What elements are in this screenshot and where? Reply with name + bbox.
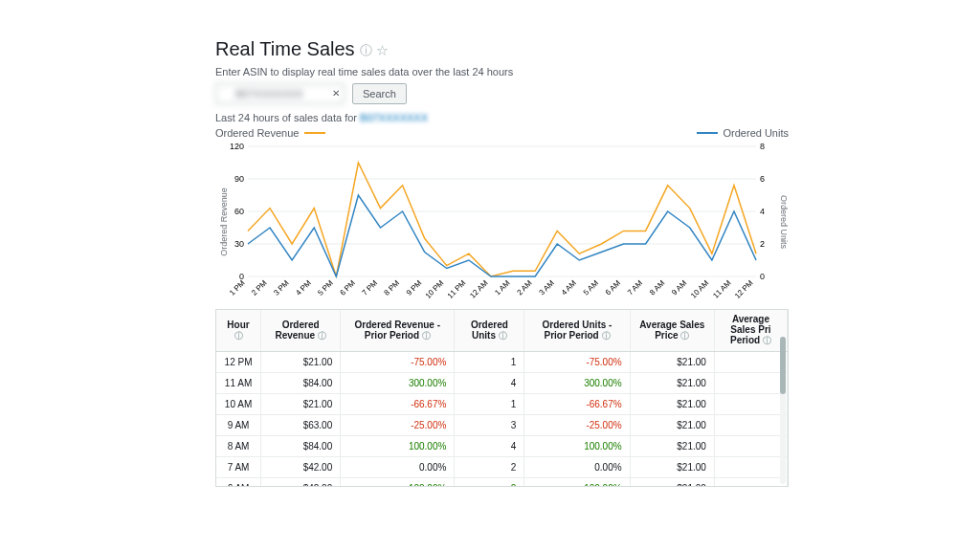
table-row: 12 PM$21.00-75.00%1-75.00%$21.00 [216, 352, 788, 373]
col-header[interactable]: Hour ⓘ [216, 310, 261, 352]
col-header[interactable]: Ordered Units - Prior Period ⓘ [524, 310, 630, 352]
table-row: 7 AM$42.000.00%20.00%$21.00 [216, 457, 788, 478]
table-scrollbar[interactable] [780, 337, 786, 484]
status-asin: B07XXXXXXX [360, 112, 428, 123]
page-title: Real Time Sales ⓘ ☆ [215, 38, 789, 60]
svg-text:7 PM: 7 PM [361, 278, 380, 298]
legend-units: Ordered Units [697, 127, 789, 139]
sales-table-container: Hour ⓘOrdered Revenue ⓘOrdered Revenue -… [215, 309, 789, 487]
svg-text:3 PM: 3 PM [272, 278, 291, 298]
svg-text:2: 2 [760, 239, 765, 249]
scroll-thumb[interactable] [780, 337, 786, 394]
col-header[interactable]: Ordered Revenue - Prior Period ⓘ [341, 310, 455, 352]
svg-text:8 AM: 8 AM [648, 278, 666, 297]
table-row: 8 AM$84.00100.00%4100.00%$21.00 [216, 436, 788, 457]
info-icon[interactable]: ⓘ [360, 43, 372, 57]
svg-text:3 AM: 3 AM [538, 278, 556, 297]
svg-text:10 PM: 10 PM [424, 278, 446, 300]
svg-text:Ordered Units: Ordered Units [779, 195, 789, 249]
svg-text:4: 4 [760, 207, 765, 216]
svg-text:1 AM: 1 AM [493, 278, 511, 297]
table-row: 6 AM$42.00100.00%2100.00%$21.00 [216, 478, 788, 488]
svg-text:7 AM: 7 AM [626, 278, 644, 297]
clear-icon[interactable]: ✕ [332, 88, 340, 99]
svg-text:8: 8 [760, 142, 765, 151]
svg-text:1 PM: 1 PM [228, 278, 247, 298]
svg-text:9 AM: 9 AM [670, 278, 688, 297]
svg-text:2 PM: 2 PM [250, 278, 269, 298]
legend-revenue: Ordered Revenue [215, 127, 325, 139]
svg-text:6 PM: 6 PM [338, 278, 357, 298]
svg-text:90: 90 [234, 174, 244, 184]
table-row: 9 AM$63.00-25.00%3-25.00%$21.00 [216, 415, 788, 436]
svg-text:12 PM: 12 PM [733, 278, 755, 300]
svg-text:120: 120 [230, 142, 244, 151]
svg-text:0: 0 [760, 272, 765, 281]
svg-text:11 AM: 11 AM [711, 278, 732, 299]
asin-search-box: 🔍 ✕ [215, 83, 345, 104]
page-subtitle: Enter ASIN to display real time sales da… [215, 66, 789, 77]
swatch-units [697, 132, 718, 134]
table-row: 11 AM$84.00300.00%4300.00%$21.00 [216, 373, 788, 394]
chart-legend: Ordered Revenue Ordered Units [215, 127, 789, 139]
status-text: Last 24 hours of sales data for B07XXXXX… [215, 112, 789, 123]
svg-text:60: 60 [234, 207, 244, 216]
search-button[interactable]: Search [352, 83, 407, 104]
svg-text:4 PM: 4 PM [294, 278, 313, 298]
svg-text:11 PM: 11 PM [446, 278, 468, 300]
table-row: 10 AM$21.00-66.67%1-66.67%$21.00 [216, 394, 788, 415]
sales-table: Hour ⓘOrdered Revenue ⓘOrdered Revenue -… [216, 310, 788, 487]
svg-text:6: 6 [760, 174, 765, 184]
svg-text:4 AM: 4 AM [560, 278, 578, 297]
col-header[interactable]: Ordered Revenue ⓘ [261, 310, 341, 352]
sales-chart: 0306090120024681 PM2 PM3 PM4 PM5 PM6 PM7… [215, 141, 789, 303]
svg-text:8 PM: 8 PM [383, 278, 402, 298]
svg-text:5 AM: 5 AM [582, 278, 600, 297]
swatch-revenue [304, 132, 325, 134]
svg-text:2 AM: 2 AM [516, 278, 534, 297]
col-header[interactable]: Average Sales Price ⓘ [630, 310, 714, 352]
svg-text:30: 30 [234, 239, 244, 249]
asin-search-input[interactable] [215, 83, 345, 104]
col-header[interactable]: Ordered Units ⓘ [455, 310, 524, 352]
star-icon[interactable]: ☆ [376, 43, 389, 57]
col-header[interactable]: Average Sales PriPeriod ⓘ [714, 310, 787, 352]
svg-text:6 AM: 6 AM [604, 278, 622, 297]
svg-text:Ordered Revenue: Ordered Revenue [219, 187, 229, 255]
svg-text:9 PM: 9 PM [405, 278, 424, 298]
svg-text:12 AM: 12 AM [468, 278, 489, 299]
svg-text:5 PM: 5 PM [316, 278, 335, 298]
svg-text:10 AM: 10 AM [689, 278, 710, 299]
